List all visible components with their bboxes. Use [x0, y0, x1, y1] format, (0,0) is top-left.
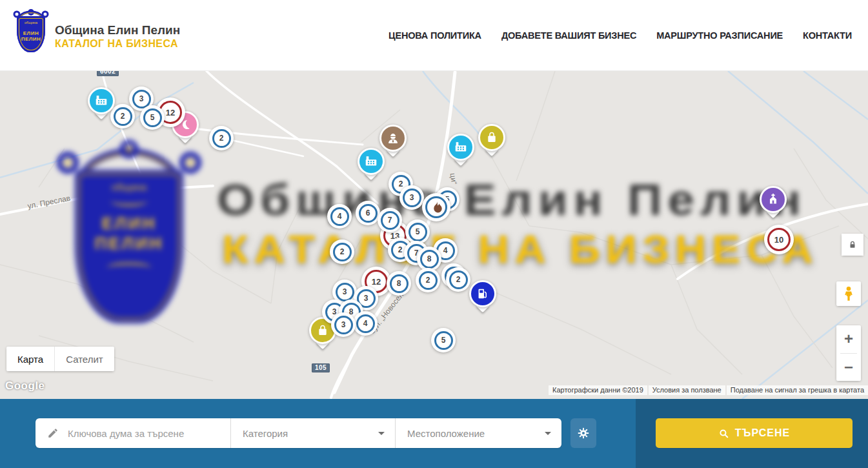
chevron-down-icon — [378, 432, 385, 435]
advanced-search-button[interactable] — [570, 418, 596, 448]
map-marker-flame[interactable] — [422, 193, 450, 221]
bag-icon — [316, 323, 330, 338]
map-cluster-marker[interactable]: 3 — [331, 312, 356, 337]
google-map[interactable]: 6002105ул. Преславбул. „Новоселци“ общин… — [0, 71, 868, 399]
map-cluster-marker[interactable]: 3 — [399, 185, 424, 210]
crest-town-word: община — [19, 21, 43, 25]
keyword-input[interactable] — [68, 428, 216, 439]
street-view-pegman-button[interactable] — [836, 281, 861, 306]
nav-item[interactable]: ДОБАВЕТЕ ВАШИЯТ БИЗНЕС — [501, 30, 636, 41]
map-attribution-link[interactable]: Подаване на сигнал за грешка в картата — [727, 385, 868, 395]
map-cluster-marker[interactable]: 2 — [330, 239, 354, 264]
zoom-out-button[interactable]: − — [836, 354, 861, 382]
map-cluster-marker[interactable]: 5 — [431, 328, 456, 352]
map-cluster-marker[interactable]: 2 — [446, 267, 470, 292]
map-cluster-marker[interactable]: 10 — [764, 225, 794, 254]
map-type-map-button[interactable]: Карта — [6, 347, 54, 371]
nav-item[interactable]: ЦЕНОВА ПОЛИТИКА — [389, 30, 481, 41]
pegman-icon — [842, 285, 856, 302]
map-attribution: Картографски данни ©2019Условия за ползв… — [549, 385, 868, 395]
municipality-crest-logo: община ЕЛИН ПЕЛИН — [13, 9, 49, 54]
google-logo[interactable]: Google — [5, 380, 45, 392]
crest-town-name: ЕЛИН ПЕЛИН — [19, 30, 43, 42]
nav-item[interactable]: МАРШРУТНО РАЗПИСАНИЕ — [656, 30, 783, 41]
padlock-icon — [848, 240, 857, 249]
map-pin-factory[interactable] — [447, 134, 474, 161]
zoom-in-button[interactable]: + — [836, 325, 861, 353]
category-select[interactable]: Категория — [230, 418, 395, 448]
map-pin-fuel[interactable] — [469, 280, 496, 307]
pencil-icon — [47, 427, 59, 439]
map-cluster-marker[interactable]: 2 — [416, 268, 440, 292]
map-cluster-marker[interactable]: 8 — [387, 271, 411, 296]
church-icon — [766, 192, 780, 207]
map-pin-church[interactable] — [760, 186, 787, 213]
map-cluster-marker[interactable]: 6 — [356, 201, 380, 225]
location-select[interactable]: Местоположение — [395, 418, 561, 448]
search-submit-button[interactable]: ТЪРСЕНЕ — [656, 418, 853, 448]
keyword-field[interactable] — [35, 418, 230, 448]
app-header: община ЕЛИН ПЕЛИН Община Елин Пелин КАТА… — [0, 0, 868, 71]
flame-icon — [429, 199, 444, 215]
map-type-satellite-button[interactable]: Сателит — [54, 347, 114, 371]
fuel-icon — [476, 287, 490, 301]
map-pin-bag[interactable] — [478, 124, 505, 151]
main-nav: ЦЕНОВА ПОЛИТИКАДОБАВЕТЕ ВАШИЯТ БИЗНЕСМАР… — [389, 0, 852, 71]
factory-icon — [454, 140, 468, 154]
nav-item[interactable]: КОНТАКТИ — [803, 30, 852, 41]
fullscreen-lock-button[interactable] — [842, 234, 863, 256]
site-subtitle: КАТАЛОГ НА БИЗНЕСА — [55, 38, 178, 50]
map-attribution-text: Картографски данни ©2019 — [549, 385, 647, 395]
chevron-down-icon — [545, 432, 551, 435]
gear-icon — [577, 427, 590, 440]
map-cluster-marker[interactable]: 5 — [140, 105, 165, 130]
map-cluster-marker[interactable]: 4 — [327, 204, 352, 229]
map-type-control: Карта Сателит — [6, 347, 114, 371]
map-pin-factory[interactable] — [358, 148, 385, 175]
map-cluster-marker[interactable]: 2 — [209, 126, 234, 150]
zoom-control: + − — [836, 325, 861, 381]
worker-icon — [386, 131, 400, 145]
map-markers-layer: 12325221335647522478122822333843510 — [0, 71, 868, 399]
bag-icon — [485, 130, 499, 145]
site-title: Община Елин Пелин — [55, 23, 180, 37]
search-bar: Категория Местоположение — [0, 399, 868, 468]
map-cluster-marker[interactable]: 4 — [353, 311, 378, 336]
map-cluster-marker[interactable]: 7 — [378, 208, 402, 232]
map-pin-factory[interactable] — [88, 87, 115, 114]
factory-icon — [94, 94, 108, 108]
factory-icon — [364, 154, 378, 168]
map-attribution-link[interactable]: Условия за ползване — [649, 385, 725, 395]
search-icon — [718, 428, 729, 439]
